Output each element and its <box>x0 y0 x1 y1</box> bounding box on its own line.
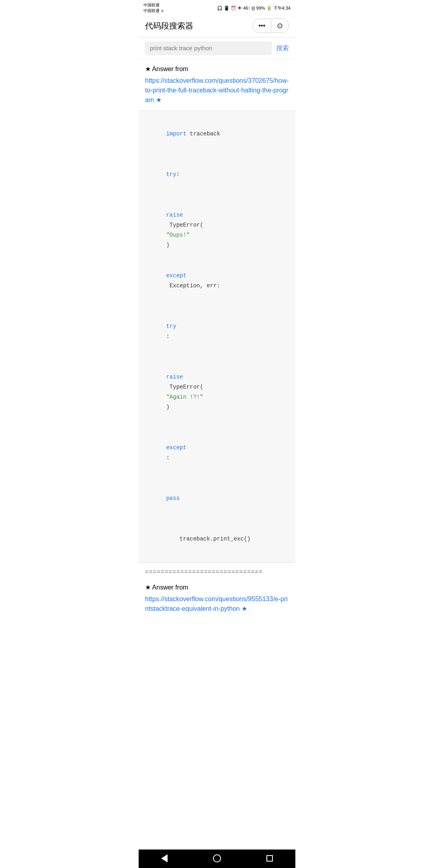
alarm-icon: ⏰ <box>231 6 236 11</box>
answer1-link[interactable]: https://stackoverflow.com/questions/3702… <box>145 77 289 103</box>
code-line-try1: try: <box>146 160 288 190</box>
answer2-link-wrap[interactable]: https://stackoverflow.com/questions/9555… <box>139 594 295 619</box>
divider-text: ============================== <box>145 568 263 575</box>
divider-section: ============================== <box>139 563 295 581</box>
star-icon-2-end: ★ <box>242 605 247 612</box>
battery-icon: 🔋 <box>266 6 272 11</box>
code-line-raise1: raise TypeError( "Oups!" ) <box>146 190 288 260</box>
status-right: 🎧 📳 ⏰ 👁 46↑ ||| 99% 🔋 下午4:34 <box>217 5 291 11</box>
code-line-blank1 <box>146 149 288 160</box>
answer2-header: ★ Answer from <box>139 581 295 594</box>
carrier-info: 中国联通 中国联通 ⊙ <box>143 2 164 14</box>
star-icon-1-end: ★ <box>156 96 162 103</box>
code-line-pass: pass <box>146 473 288 514</box>
code-line-raise2: raise TypeError( "Again !?!" ) <box>146 352 288 422</box>
star-icon-2: ★ <box>145 584 151 591</box>
search-button[interactable]: 搜索 <box>276 43 289 54</box>
code-line-try2: try : <box>146 301 288 352</box>
star-icon-1: ★ <box>145 66 151 72</box>
answer2-link[interactable]: https://stackoverflow.com/questions/9555… <box>145 596 288 612</box>
camera-button[interactable]: ⊙ <box>271 19 289 33</box>
search-bar: 搜索 <box>139 37 295 59</box>
answer1-header: ★ Answer from <box>139 59 295 76</box>
eye-icon: 👁 <box>237 6 242 10</box>
signal-icon: 46↑ <box>243 6 250 10</box>
code-line-except1: except Exception, err: <box>146 261 288 301</box>
headphone-icon: 🎧 <box>217 6 223 11</box>
answer1-label: Answer from <box>152 66 188 72</box>
signal-bars: ||| <box>252 6 255 10</box>
code-line-import: import traceback <box>146 119 288 149</box>
content-area: ★ Answer from https://stackoverflow.com/… <box>139 59 295 619</box>
answer2-link-text: https://stackoverflow.com/questions/9555… <box>145 596 288 612</box>
app-header: 代码段搜索器 ••• ⊙ <box>139 15 295 37</box>
code-line-except2: except : <box>146 423 288 473</box>
code-line-print-exc: traceback.print_exc() <box>146 524 288 555</box>
answer1-link-text: https://stackoverflow.com/questions/3702… <box>145 77 289 103</box>
app-title: 代码段搜索器 <box>145 20 193 31</box>
code-block-1: import traceback try: raise TypeError( "… <box>139 111 295 563</box>
battery-pct: 99% <box>256 6 265 10</box>
status-bar: 中国联通 中国联通 ⊙ 🎧 📳 ⏰ 👁 46↑ ||| 99% 🔋 下午4:34 <box>139 0 295 15</box>
header-actions: ••• ⊙ <box>252 18 289 33</box>
answer2-label: Answer from <box>152 584 188 591</box>
code-line-blank2 <box>146 514 288 524</box>
time: 下午4:34 <box>273 5 291 11</box>
answer1-link-wrap[interactable]: https://stackoverflow.com/questions/3702… <box>139 76 295 111</box>
more-options-button[interactable]: ••• <box>253 20 271 32</box>
search-input[interactable] <box>150 45 267 51</box>
vibrate-icon: 📳 <box>224 6 229 11</box>
search-input-wrap[interactable] <box>145 41 272 55</box>
